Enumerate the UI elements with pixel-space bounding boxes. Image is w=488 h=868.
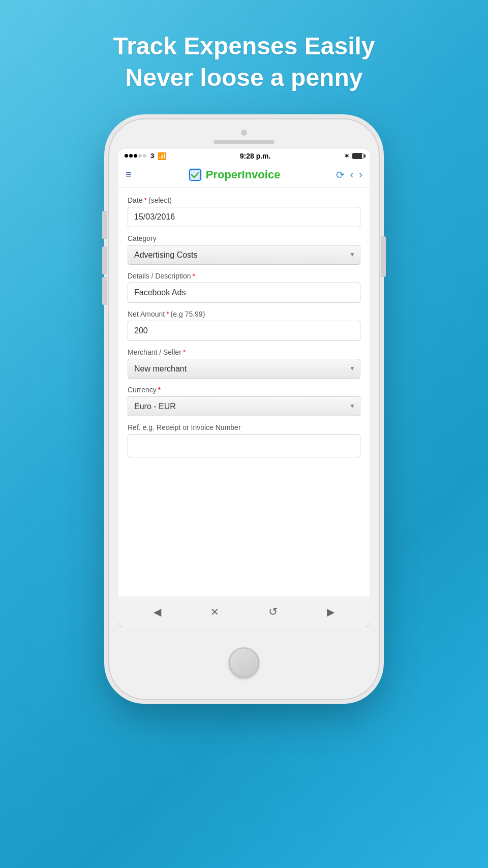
phone-screen: 3 📶 9:28 p.m. ✶ ≡ xyxy=(118,149,370,627)
headline-line1: Track Expenses Easily xyxy=(113,30,375,62)
wifi-icon: 📶 xyxy=(158,152,166,160)
status-bar: 3 📶 9:28 p.m. ✶ xyxy=(118,149,370,162)
menu-icon[interactable]: ≡ xyxy=(126,169,132,180)
bluetooth-icon: ✶ xyxy=(344,152,349,160)
date-label: Date * (select) xyxy=(128,196,360,204)
refresh-icon[interactable]: ⟳ xyxy=(336,169,345,181)
dot2 xyxy=(129,154,133,158)
merchant-label: Merchant / Seller * xyxy=(128,348,360,356)
browser-close-button[interactable]: ✕ xyxy=(206,604,223,620)
currency-required-star: * xyxy=(158,386,161,394)
category-select[interactable]: Advertising Costs Office Supplies Travel… xyxy=(128,245,360,265)
merchant-group: Merchant / Seller * New merchant Amazon … xyxy=(128,348,360,379)
date-input[interactable] xyxy=(128,207,360,227)
phone-speaker xyxy=(214,140,274,144)
category-label-text: Category xyxy=(128,234,157,242)
headline-line2: Never loose a penny xyxy=(113,62,375,94)
category-label: Category xyxy=(128,234,360,242)
ref-input[interactable] xyxy=(128,434,360,457)
date-label-note: (select) xyxy=(148,196,172,204)
merchant-select-wrapper: New merchant Amazon Google Facebook ▼ xyxy=(128,359,360,379)
svg-rect-0 xyxy=(189,168,202,181)
status-right: ✶ xyxy=(344,152,363,160)
category-select-wrapper: Advertising Costs Office Supplies Travel… xyxy=(128,245,360,265)
details-label: Details / Description * xyxy=(128,272,360,280)
forward-nav-icon[interactable]: › xyxy=(359,168,362,181)
category-group: Category Advertising Costs Office Suppli… xyxy=(128,234,360,265)
dot4 xyxy=(138,154,142,158)
amount-label-text: Net Amount xyxy=(128,310,165,318)
battery-body xyxy=(352,153,363,159)
signal-dots xyxy=(125,154,146,158)
dot5 xyxy=(143,154,146,158)
amount-label-note: (e.g 75.99) xyxy=(171,310,205,318)
browser-back-button[interactable]: ◀ xyxy=(149,604,165,620)
ref-group: Ref. e.g. Receipt or Invoice Number xyxy=(128,423,360,457)
currency-group: Currency * Euro - EUR USD - US Dollar GB… xyxy=(128,386,360,416)
back-nav-icon[interactable]: ‹ xyxy=(350,168,353,181)
browser-reload-button[interactable]: ↺ xyxy=(264,603,282,621)
amount-input[interactable] xyxy=(128,321,360,341)
date-label-text: Date xyxy=(128,196,143,204)
phone-shell: 3 📶 9:28 p.m. ✶ ≡ xyxy=(109,119,379,699)
amount-required-star: * xyxy=(166,310,169,318)
currency-select-wrapper: Euro - EUR USD - US Dollar GBP - British… xyxy=(128,396,360,416)
header-actions: ⟳ ‹ › xyxy=(336,168,362,181)
currency-label: Currency * xyxy=(128,386,360,394)
logo-icon xyxy=(188,167,203,182)
phone-top xyxy=(109,119,379,149)
ref-label-text: Ref. e.g. Receipt or Invoice Number xyxy=(128,423,241,431)
merchant-required-star: * xyxy=(183,348,186,356)
logo-part1: Proper xyxy=(206,168,242,181)
date-required-star: * xyxy=(144,196,147,204)
logo-text: ProperInvoice xyxy=(206,168,281,181)
details-required-star: * xyxy=(193,272,195,280)
dot3 xyxy=(134,154,137,158)
merchant-label-text: Merchant / Seller xyxy=(128,348,181,356)
details-input[interactable] xyxy=(128,283,360,303)
details-group: Details / Description * xyxy=(128,272,360,303)
date-group: Date * (select) xyxy=(128,196,360,227)
headline: Track Expenses Easily Never loose a penn… xyxy=(113,30,375,94)
app-header: ≡ ProperInvoice ⟳ ‹ › xyxy=(118,162,370,188)
merchant-select[interactable]: New merchant Amazon Google Facebook xyxy=(128,359,360,379)
browser-bar: ◀ ✕ ↺ ▶ xyxy=(118,597,370,627)
battery-fill xyxy=(353,153,362,159)
logo-part2: Invoice xyxy=(242,168,281,181)
status-left: 3 📶 xyxy=(125,152,166,160)
amount-label: Net Amount * (e.g 75.99) xyxy=(128,310,360,318)
browser-forward-button[interactable]: ▶ xyxy=(323,604,339,620)
currency-select[interactable]: Euro - EUR USD - US Dollar GBP - British… xyxy=(128,396,360,416)
details-label-text: Details / Description xyxy=(128,272,191,280)
phone-bottom xyxy=(229,627,259,699)
form-area: Date * (select) Category Advertising Cos… xyxy=(118,188,370,597)
ref-label: Ref. e.g. Receipt or Invoice Number xyxy=(128,423,360,431)
amount-group: Net Amount * (e.g 75.99) xyxy=(128,310,360,341)
battery-indicator xyxy=(351,153,363,159)
phone-camera xyxy=(241,130,247,136)
carrier-label: 3 xyxy=(150,152,154,160)
currency-label-text: Currency xyxy=(128,386,157,394)
status-time: 9:28 p.m. xyxy=(240,152,271,160)
header-logo: ProperInvoice xyxy=(188,167,281,182)
dot1 xyxy=(125,154,128,158)
home-button[interactable] xyxy=(229,647,259,678)
